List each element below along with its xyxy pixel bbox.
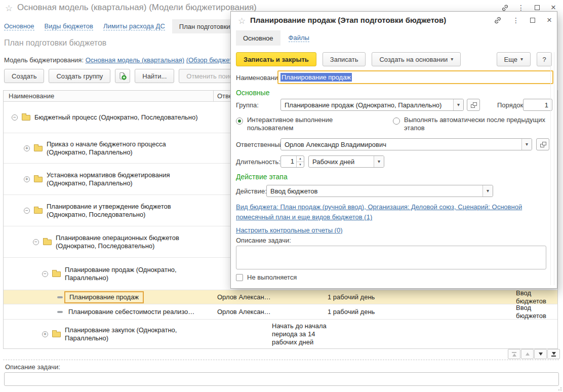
favorite-star-icon[interactable]: ☆: [5, 3, 13, 14]
spin-up-icon[interactable]: ▴: [297, 156, 304, 162]
cell-start-condition[interactable]: Начать до начала периода за 14 рабочих д…: [272, 322, 328, 346]
dialog-tab-main[interactable]: Основное: [236, 30, 280, 46]
chevron-down-icon[interactable]: ▾: [453, 99, 463, 110]
duration-label: Длительность:: [236, 158, 280, 166]
footer-description-input[interactable]: [4, 372, 559, 386]
create-button[interactable]: Создать: [4, 69, 44, 83]
order-input[interactable]: 1: [523, 99, 552, 111]
save-and-close-button[interactable]: Записать и закрыть: [236, 52, 316, 66]
add-document-button[interactable]: [115, 69, 130, 83]
row-name: Планирование закупок (Однократно, Паралл…: [65, 326, 177, 342]
budget-settings-link[interactable]: Вид бюджета: План продаж (ручной ввод), …: [236, 202, 540, 222]
page-title: План подготовки бюджетов: [4, 38, 106, 48]
model-link[interactable]: Основная модель (квартальная): [86, 56, 184, 64]
cell-responsible[interactable]: Орлов Алексан…: [217, 308, 268, 316]
row-name: Установка нормативов бюджетирования (Одн…: [47, 171, 170, 187]
spin-down-icon[interactable]: ▾: [297, 162, 304, 168]
cell-action[interactable]: Ввод бюджетов: [516, 304, 557, 320]
duration-unit-combobox[interactable]: Рабочих дней ▾: [308, 155, 384, 168]
list-toolbar: Создать Создать группу Найти... Отменить…: [4, 69, 243, 83]
dialog-scrollbar[interactable]: [550, 52, 554, 285]
chevron-down-icon[interactable]: ▾: [482, 185, 493, 197]
create-group-button[interactable]: Создать группу: [49, 69, 110, 83]
chevron-down-icon: ▾: [451, 57, 453, 62]
collapse-icon[interactable]: −: [12, 114, 18, 121]
section-action-header: Действие этапа: [236, 173, 288, 181]
collapse-icon[interactable]: −: [33, 239, 39, 245]
folder-icon: [43, 239, 52, 245]
cell-responsible[interactable]: Орлов Алексан…: [217, 293, 268, 301]
row-name: Планирование себестоимости реализо…: [68, 308, 194, 316]
folder-icon: [34, 208, 43, 213]
dialog-close-icon[interactable]: ×: [543, 15, 556, 25]
group-field-row: Группа: Планирование продаж (Однократно,…: [236, 99, 259, 111]
folder-icon: [52, 271, 61, 277]
item-icon: [57, 311, 63, 313]
chevron-down-icon[interactable]: ▾: [521, 139, 532, 150]
save-button[interactable]: Записать: [323, 52, 366, 66]
cell-action[interactable]: Ввод бюджетов: [516, 289, 557, 305]
dialog-more-menu-icon[interactable]: ⋮: [509, 15, 522, 25]
folder-icon: [34, 145, 43, 151]
item-icon: [57, 296, 63, 298]
responsible-label: Ответственный:: [236, 141, 285, 148]
expand-icon[interactable]: +: [24, 176, 30, 182]
tab-osnovnoe[interactable]: Основное: [4, 22, 34, 30]
dialog-favorite-star-icon[interactable]: ☆: [238, 16, 246, 26]
move-down-button[interactable]: [534, 349, 547, 359]
help-button[interactable]: ?: [537, 52, 552, 66]
radio-automatic[interactable]: [393, 117, 400, 125]
not-executed-checkbox[interactable]: [236, 274, 243, 281]
radio-interactive[interactable]: [236, 117, 243, 125]
duration-stepper[interactable]: 1 ▴ ▾: [280, 155, 304, 168]
action-combobox[interactable]: Ввод бюджетов ▾: [266, 185, 493, 197]
dialog-maximize-icon[interactable]: [526, 15, 539, 25]
move-bottom-button[interactable]: [547, 349, 560, 359]
stage-dialog: ☆ Планирование продаж (Этап подготовки б…: [230, 11, 557, 289]
name-label: Наименование:: [236, 74, 284, 82]
name-field-row: Наименование: Планирование продаж: [236, 70, 284, 85]
collapse-icon[interactable]: −: [42, 271, 48, 277]
group-open-button[interactable]: [467, 99, 480, 111]
action-field-row: Действие: Ввод бюджетов ▾: [236, 185, 267, 197]
resize-grip[interactable]: [556, 385, 561, 390]
footer-separator: [3, 360, 559, 360]
dialog-tabs: Основное Файлы: [231, 30, 309, 46]
expand-icon[interactable]: +: [24, 145, 30, 151]
group-combobox[interactable]: Планирование продаж (Однократно, Паралле…: [280, 99, 464, 111]
tab-limity-rashoda[interactable]: Лимиты расхода ДС: [103, 22, 165, 30]
dialog-tab-files[interactable]: Файлы: [289, 34, 309, 42]
section-main-header: Основные: [236, 89, 269, 97]
collapse-icon[interactable]: −: [24, 208, 30, 214]
control-reports-link[interactable]: Настроить контрольные отчеты (0): [236, 225, 540, 236]
not-executed-row: Не выполняется: [236, 273, 297, 282]
chevron-down-icon: ▾: [520, 57, 523, 62]
cell-duration[interactable]: 1 рабочий день: [328, 308, 375, 316]
folder-icon: [52, 331, 61, 337]
responsible-combobox[interactable]: Орлов Александр Владимирович ▾: [280, 138, 532, 150]
create-based-on-button[interactable]: Создать на основании ▾: [372, 52, 461, 66]
description-label: Описание задачи:: [236, 237, 291, 244]
cell-duration[interactable]: 1 рабочий день: [328, 293, 375, 301]
responsible-field-row: Ответственный: Орлов Александр Владимиро…: [236, 138, 285, 150]
description-textarea[interactable]: [236, 246, 546, 269]
table-row[interactable]: Планирование продажОрлов Алексан…1 рабоч…: [4, 290, 557, 304]
find-button[interactable]: Найти...: [135, 69, 174, 83]
add-document-icon: [118, 72, 127, 80]
model-label: Модель бюджетирования:: [4, 56, 84, 64]
dialog-title: Планирование продаж (Этап подготовки бюд…: [250, 16, 446, 24]
more-button[interactable]: Еще ▾: [497, 52, 531, 66]
dialog-get-link-icon[interactable]: [493, 16, 502, 26]
responsible-open-button[interactable]: [536, 138, 549, 150]
chevron-down-icon[interactable]: ▾: [374, 156, 384, 167]
order-label: Порядок:: [497, 101, 525, 109]
row-name: Планирование и утверждение бюджетов (Одн…: [47, 203, 171, 219]
action-label: Действие:: [236, 187, 267, 195]
table-row[interactable]: +Планирование закупок (Однократно, Парал…: [4, 320, 557, 348]
expand-icon[interactable]: +: [42, 331, 48, 337]
name-input[interactable]: Планирование продаж: [277, 70, 553, 84]
tab-vidy-budzhetov[interactable]: Виды бюджетов: [45, 22, 93, 30]
table-row[interactable]: Планирование себестоимости реализо…Орлов…: [4, 304, 557, 320]
folder-icon: [22, 114, 30, 120]
column-header-name[interactable]: Наименование: [9, 92, 54, 100]
